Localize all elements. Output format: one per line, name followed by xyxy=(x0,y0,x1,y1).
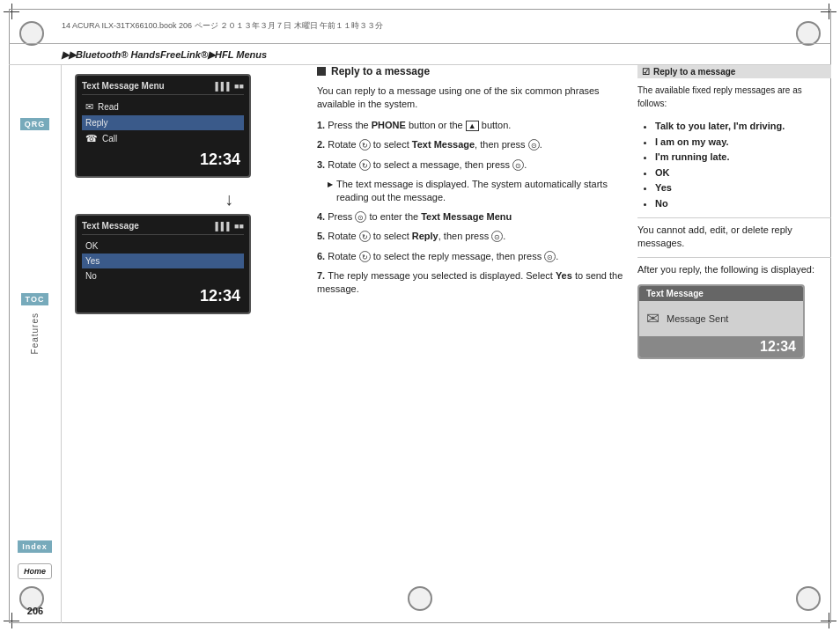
device-screen-bottom: Text Message ▌▌▌ ■■ OK Yes No 12:34 xyxy=(75,214,251,314)
reply-label: Reply xyxy=(85,118,108,128)
reply-option-4: OK xyxy=(655,165,831,181)
breadcrumb: ▶▶Bluetooth® HandsFreeLink®▶HFL Menus xyxy=(9,46,831,65)
right-panel: Reply to a message You can reply to a me… xyxy=(308,65,831,623)
screen-header-bottom: Text Message ▌▌▌ ■■ xyxy=(82,221,244,235)
notes-title-text: Reply to a message xyxy=(653,67,735,77)
menu-item-read: ✉ Read xyxy=(82,99,244,115)
reply-option-1: Talk to you later, I'm driving. xyxy=(655,119,831,135)
page-number: 206 xyxy=(9,606,62,616)
notes-title: ☑ Reply to a message xyxy=(637,65,831,78)
left-sidebar: QRG TOC Features Index Home xyxy=(9,65,62,623)
screen-header-top: Text Message Menu ▌▌▌ ■■ xyxy=(82,81,244,95)
arrow-down-icon: ↓ xyxy=(75,189,295,209)
notes-note2: After you reply, the following is displa… xyxy=(637,263,831,276)
qrg-badge[interactable]: QRG xyxy=(20,118,50,130)
menu-item-call: ☎ Call xyxy=(82,130,244,147)
reply-option-5: Yes xyxy=(655,180,831,196)
call-label: Call xyxy=(102,134,117,143)
divider-1 xyxy=(637,217,831,218)
msg-sent-screen: Text Message ✉ Message Sent 12:34 xyxy=(637,284,805,359)
reply-option-6: No xyxy=(655,196,831,212)
screen-signal-bottom: ▌▌▌ ■■ xyxy=(215,222,244,231)
breadcrumb-text: ▶▶Bluetooth® HandsFreeLink®▶HFL Menus xyxy=(62,49,267,61)
step-3-note: The text message is displayed. The syste… xyxy=(328,178,624,205)
reply-options-list: Talk to you later, I'm driving. I am on … xyxy=(646,119,831,212)
msg-sent-header: Text Message xyxy=(639,286,803,301)
step-6: 6. Rotate ↻ to select the reply message,… xyxy=(317,250,624,263)
reply-option-2: I am on my way. xyxy=(655,135,831,151)
features-label: Features xyxy=(30,312,40,354)
time-display-bottom: 12:34 xyxy=(82,283,244,307)
menu-item-ok: OK xyxy=(82,239,244,254)
ok-label: OK xyxy=(85,241,98,251)
home-badge[interactable]: Home xyxy=(18,563,52,579)
call-icon: ☎ xyxy=(85,133,98,144)
main-content: Text Message Menu ▌▌▌ ■■ ✉ Read Reply ☎ … xyxy=(62,65,831,623)
file-info: 14 ACURA ILX-31TX66100.book 206 ページ ２０１３… xyxy=(62,20,383,32)
device-screen-top: Text Message Menu ▌▌▌ ■■ ✉ Read Reply ☎ … xyxy=(75,74,251,178)
section-title-text: Reply to a message xyxy=(331,65,430,77)
msg-sent-body: ✉ Message Sent xyxy=(639,301,803,336)
step-5: 5. Rotate ↻ to select Reply, then press … xyxy=(317,230,624,243)
notes-note1: You cannot add, edit, or delete reply me… xyxy=(637,224,831,251)
screen-title-bottom: Text Message xyxy=(82,221,139,231)
time-display-top: 12:34 xyxy=(82,147,244,171)
msg-sent-time: 12:34 xyxy=(639,336,803,357)
screen-signal-top: ▌▌▌ ■■ xyxy=(215,82,244,91)
yes-label: Yes xyxy=(85,256,99,266)
menu-item-no: No xyxy=(82,268,244,283)
toc-badge[interactable]: TOC xyxy=(21,293,49,305)
step-2: 2. Rotate ↻ to select Text Message, then… xyxy=(317,138,624,151)
instructions-col: Reply to a message You can reply to a me… xyxy=(317,65,637,623)
section-intro: You can reply to a message using one of … xyxy=(317,85,624,112)
top-header: 14 ACURA ILX-31TX66100.book 206 ページ ２０１３… xyxy=(9,9,831,44)
left-panel: Text Message Menu ▌▌▌ ■■ ✉ Read Reply ☎ … xyxy=(62,65,308,623)
step-1: 1. Press the PHONE button or the ▲ butto… xyxy=(317,119,624,132)
notes-intro: The available fixed reply messages are a… xyxy=(637,84,831,110)
divider-2 xyxy=(637,257,831,258)
msg-sent-text: Message Sent xyxy=(667,313,728,324)
no-label: No xyxy=(85,271,97,281)
step-3: 3. Rotate ↻ to select a message, then pr… xyxy=(317,158,624,172)
notes-col: ☑ Reply to a message The available fixed… xyxy=(637,65,831,623)
menu-item-yes[interactable]: Yes xyxy=(82,254,244,268)
screen-title-top: Text Message Menu xyxy=(82,81,165,91)
section-title: Reply to a message xyxy=(317,65,624,77)
step-4: 4. Press ⊙ to enter the Text Message Men… xyxy=(317,210,624,224)
menu-item-reply[interactable]: Reply xyxy=(82,115,244,130)
reply-option-3: I'm running late. xyxy=(655,150,831,165)
black-square-icon xyxy=(317,67,326,76)
read-icon: ✉ xyxy=(85,101,93,113)
notes-checkbox-icon: ☑ xyxy=(642,67,650,77)
step-7: 7. The reply message you selected is dis… xyxy=(317,269,624,297)
index-badge[interactable]: Index xyxy=(18,540,52,553)
envelope-icon: ✉ xyxy=(646,309,659,328)
read-label: Read xyxy=(98,102,119,112)
